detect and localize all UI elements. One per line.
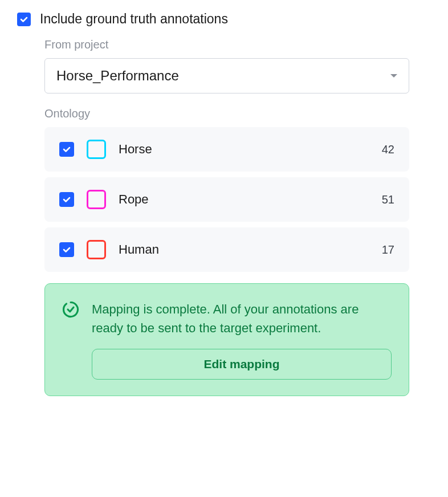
ontology-name-human: Human — [119, 242, 369, 257]
color-swatch-rope — [87, 190, 106, 209]
edit-mapping-button[interactable]: Edit mapping — [92, 349, 392, 380]
ontology-item-human: Human 17 — [44, 227, 409, 272]
ontology-item-horse: Horse 42 — [44, 127, 409, 172]
ontology-checkbox-rope[interactable] — [59, 192, 74, 207]
include-ground-truth-label: Include ground truth annotations — [40, 11, 228, 27]
chevron-down-icon — [390, 74, 397, 78]
ontology-item-rope: Rope 51 — [44, 177, 409, 222]
check-icon — [62, 145, 71, 154]
include-ground-truth-checkbox[interactable] — [17, 13, 31, 26]
color-swatch-horse — [87, 140, 106, 159]
ontology-count-horse: 42 — [382, 143, 394, 156]
check-icon — [62, 195, 71, 204]
ontology-name-rope: Rope — [119, 192, 369, 207]
check-circle-icon — [62, 301, 79, 318]
from-project-label: From project — [44, 38, 409, 51]
ontology-count-rope: 51 — [382, 193, 394, 206]
mapping-status-text: Mapping is complete. All of your annotat… — [92, 300, 392, 337]
ontology-label: Ontology — [44, 107, 409, 120]
project-select[interactable]: Horse_Performance — [44, 58, 409, 93]
color-swatch-human — [87, 240, 106, 259]
ontology-checkbox-horse[interactable] — [59, 142, 74, 157]
mapping-status-box: Mapping is complete. All of your annotat… — [44, 283, 409, 396]
project-select-value: Horse_Performance — [56, 68, 179, 84]
ontology-name-horse: Horse — [119, 142, 369, 157]
check-icon — [19, 15, 28, 24]
ontology-list: Horse 42 Rope 51 — [44, 127, 409, 272]
ontology-count-human: 17 — [382, 243, 394, 256]
check-icon — [62, 245, 71, 254]
ontology-checkbox-human[interactable] — [59, 242, 74, 257]
